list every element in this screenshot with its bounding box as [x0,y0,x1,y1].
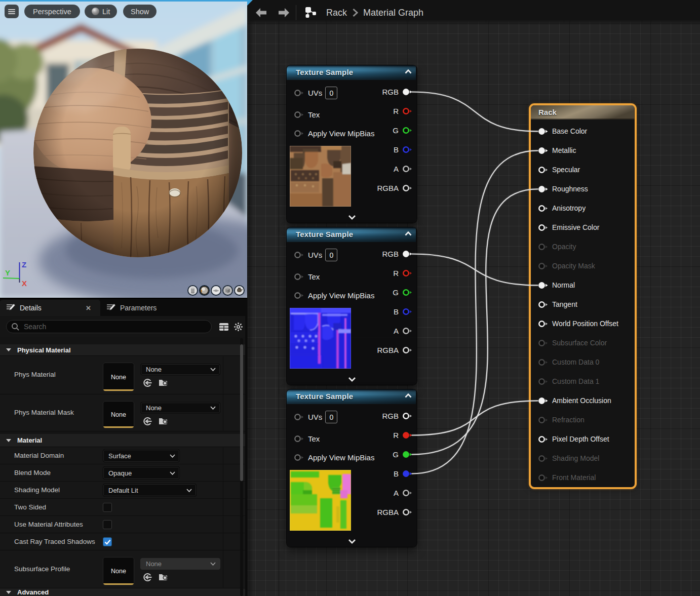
asset-thumbnail[interactable]: None [103,363,134,391]
uv-channel-input[interactable]: 0 [325,249,337,261]
section-header-physical-material[interactable]: Physical Material [0,344,247,356]
output-pin-a[interactable] [402,327,413,335]
material-pin-custom-data-1[interactable] [538,378,549,385]
input-pin-uvs[interactable] [294,413,304,421]
material-pin-world-position-offset[interactable] [538,320,549,328]
section-header-advanced[interactable]: Advanced [0,588,247,596]
input-pin-tex[interactable] [294,111,304,118]
dropdown-none[interactable]: None [140,402,220,414]
forward-arrow-icon[interactable] [278,7,291,18]
checkbox-two-sided[interactable] [103,503,112,512]
output-pin-r[interactable] [402,107,413,115]
input-pin-uvs[interactable] [294,251,304,259]
material-pin-emissive-color[interactable] [538,224,549,231]
search-box[interactable] [6,320,212,333]
output-pin-rgb[interactable] [402,412,413,420]
output-pin-rgba[interactable] [402,346,413,354]
material-pin-anisotropy[interactable] [538,205,549,212]
property-matrix-icon[interactable] [219,323,229,332]
input-pin-tex[interactable] [294,435,304,443]
preview-shape-teapot[interactable] [234,285,245,296]
browse-to-asset-icon[interactable] [159,573,169,582]
checkbox-use-material-attributes[interactable] [103,520,112,529]
use-selected-asset-icon[interactable] [142,573,152,582]
texture-sample-node-3[interactable]: Texture Sample UVs 0 Tex Apply View MipB… [287,389,417,547]
use-selected-asset-icon[interactable] [142,378,152,387]
output-pin-rgb[interactable] [402,250,413,258]
viewport-menu-button[interactable] [5,5,19,18]
material-pin-custom-data-0[interactable] [538,359,549,366]
preview-shape-sphere[interactable] [199,285,210,296]
preview-shape-cylinder[interactable] [187,285,198,296]
breadcrumb-root[interactable]: Rack [326,8,347,18]
output-pin-rgb[interactable] [402,88,413,96]
material-pin-normal[interactable] [538,282,549,289]
result-node-header[interactable]: Rack [531,105,635,120]
material-pin-refraction[interactable] [538,416,549,424]
material-pin-opacity-mask[interactable] [538,262,549,270]
tab-details[interactable]: Details ✕ [0,300,100,316]
node-header[interactable]: Texture Sample [287,389,417,404]
perspective-button[interactable]: Perspective [24,5,80,18]
output-pin-g[interactable] [402,451,413,458]
output-pin-b[interactable] [402,308,413,315]
asset-thumbnail[interactable]: None [103,401,134,428]
input-pin-apply-view-mipbias[interactable] [294,130,304,137]
preview-viewport[interactable]: Perspective Lit Show Z Y X [0,0,247,298]
texture-sample-node-2[interactable]: Texture Sample UVs 0 Tex Apply View MipB… [287,227,417,385]
input-pin-apply-view-mipbias[interactable] [294,292,304,299]
node-header[interactable]: Texture Sample [287,227,417,242]
output-pin-rgba[interactable] [402,184,413,192]
tab-parameters[interactable]: Parameters [100,300,180,316]
result-node-rack[interactable]: Rack Base Color Metallic Specular Roughn… [529,103,637,489]
output-pin-rgba[interactable] [402,508,413,516]
uv-channel-input[interactable]: 0 [325,411,337,423]
material-pin-opacity[interactable] [538,243,549,251]
material-pin-metallic[interactable] [538,147,549,154]
material-pin-front-material[interactable] [538,474,549,482]
checkbox-cast-ray-traced-shadows[interactable] [103,537,112,546]
output-pin-r[interactable] [402,431,413,439]
collapse-chevron-icon[interactable] [405,231,412,236]
dropdown-default-lit[interactable]: Default Lit [103,484,197,497]
input-pin-uvs[interactable] [294,89,304,97]
preview-shape-cube[interactable] [222,285,233,296]
search-input[interactable] [24,323,191,331]
material-pin-pixel-depth-offset[interactable] [538,435,549,443]
close-tab-icon[interactable]: ✕ [86,304,91,312]
dropdown-surface[interactable]: Surface [103,449,180,462]
output-pin-g[interactable] [402,127,413,134]
input-pin-apply-view-mipbias[interactable] [294,454,304,461]
material-pin-shading-model[interactable] [538,455,549,462]
output-pin-g[interactable] [402,289,413,296]
texture-sample-node-1[interactable]: Texture Sample UVs 0 Tex Apply View MipB… [287,65,417,223]
material-pin-base-color[interactable] [538,128,549,135]
asset-thumbnail[interactable]: None [103,557,134,585]
browse-to-asset-icon[interactable] [159,417,169,426]
expand-chevron-icon[interactable] [348,377,356,382]
collapse-chevron-icon[interactable] [405,393,412,398]
material-pin-tangent[interactable] [538,301,549,308]
output-pin-a[interactable] [402,489,413,497]
lit-mode-button[interactable]: Lit [85,5,117,18]
output-pin-b[interactable] [402,470,413,478]
breadcrumb-current[interactable]: Material Graph [363,8,423,18]
dropdown-none[interactable]: None [140,364,220,375]
details-scrollbar-thumb[interactable] [240,344,243,481]
use-selected-asset-icon[interactable] [142,417,152,426]
material-pin-ambient-occlusion[interactable] [538,397,549,405]
expand-chevron-icon[interactable] [348,215,356,220]
show-button[interactable]: Show [123,5,157,18]
uv-channel-input[interactable]: 0 [325,87,337,99]
dropdown-none[interactable]: None [140,558,220,570]
preview-shape-plane[interactable] [211,285,221,296]
section-header-material[interactable]: Material [0,434,247,447]
input-pin-tex[interactable] [294,273,304,281]
expand-chevron-icon[interactable] [348,539,356,544]
output-pin-b[interactable] [402,146,413,153]
output-pin-a[interactable] [402,165,413,173]
material-pin-specular[interactable] [538,166,549,174]
settings-gear-icon[interactable] [233,322,244,332]
node-header[interactable]: Texture Sample [287,65,417,80]
material-graph-panel[interactable]: Texture Sample UVs 0 Tex Apply View MipB… [247,0,700,596]
